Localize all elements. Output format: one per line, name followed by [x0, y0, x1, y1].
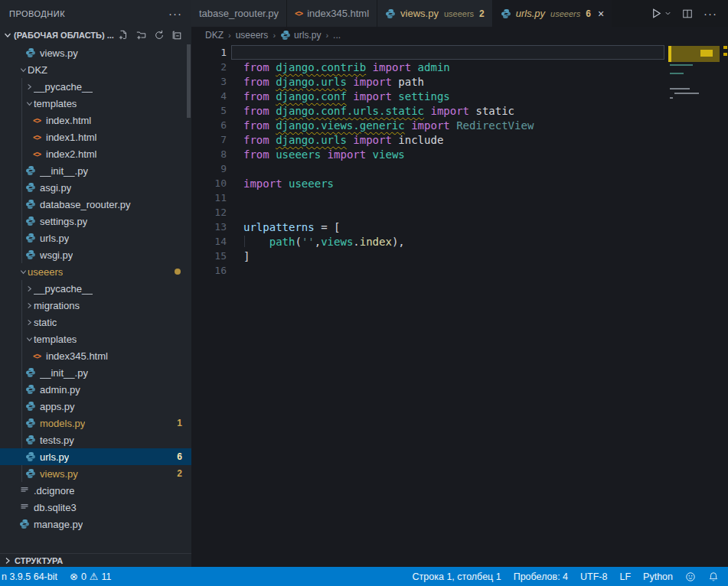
- tree-item-__pycache__[interactable]: __pycache__: [0, 280, 191, 297]
- tree-item-wsgi.py[interactable]: wsgi.py: [0, 246, 191, 263]
- encoding-status[interactable]: UTF-8: [574, 567, 613, 586]
- code-line-14[interactable]: 14 path('',views.index),: [191, 234, 728, 249]
- breadcrumb-item-useeers[interactable]: useeers: [236, 30, 269, 41]
- tree-item-static[interactable]: static: [0, 314, 191, 330]
- tree-item-label: admin.py: [40, 384, 80, 396]
- tree-item-admin.py[interactable]: admin.py: [0, 381, 191, 398]
- close-icon[interactable]: ×: [598, 8, 604, 19]
- workspace-section-header[interactable]: (РАБОЧАЯ ОБЛАСТЬ) ...: [0, 27, 191, 44]
- status-bar: n 3.9.5 64-bit ⊗ 0 ⚠ 11 Строка 1, столбе…: [0, 567, 728, 586]
- breadcrumb-separator: ›: [273, 31, 276, 40]
- chevron-down-icon: [25, 335, 34, 343]
- problems-status[interactable]: ⊗ 0 ⚠ 11: [64, 567, 118, 586]
- html-icon: <>: [295, 9, 302, 18]
- code-line-5[interactable]: 5from django.conf.urls.static import sta…: [191, 103, 728, 118]
- line-number: 3: [191, 76, 227, 87]
- tab-views.py[interactable]: views.pyuseeers2: [377, 0, 493, 27]
- tree-item-settings.py[interactable]: settings.py: [0, 213, 191, 230]
- split-editor-icon[interactable]: [682, 8, 693, 19]
- tree-item-templates[interactable]: templates: [0, 330, 191, 347]
- code-line-11[interactable]: 11: [191, 190, 728, 205]
- language-mode-status[interactable]: Python: [637, 567, 679, 586]
- collapse-folders-icon[interactable]: [171, 30, 182, 41]
- python-icon: [19, 519, 30, 529]
- tree-item-views.py[interactable]: views.py: [0, 44, 191, 61]
- editor-more-icon[interactable]: ···: [704, 7, 717, 20]
- code-line-9[interactable]: 9: [191, 161, 728, 176]
- code-text[interactable]: ]: [227, 250, 250, 262]
- tree-item-index1.html[interactable]: <>index1.html: [0, 129, 191, 145]
- tree-item-label: useeers: [28, 266, 63, 278]
- tab-urls.py[interactable]: urls.pyuseeers6×: [493, 0, 612, 27]
- tree-item-apps.py[interactable]: apps.py: [0, 398, 191, 415]
- code-text[interactable]: from django.urls import include: [227, 134, 443, 146]
- indentation-status[interactable]: Пробелов: 4: [508, 567, 574, 586]
- python-interpreter-status[interactable]: n 3.9.5 64-bit: [0, 567, 64, 586]
- code-line-3[interactable]: 3from django.urls import path: [191, 74, 728, 89]
- tree-item-asgi.py[interactable]: asgi.py: [0, 179, 191, 196]
- tree-item-.dcignore[interactable]: .dcignore: [0, 482, 191, 499]
- code-text[interactable]: from django.conf import settings: [227, 90, 450, 103]
- outline-section-header[interactable]: СТРУКТУРА: [0, 553, 191, 567]
- new-file-icon[interactable]: [118, 30, 129, 41]
- code-line-15[interactable]: 15]: [191, 249, 728, 263]
- refresh-icon[interactable]: [154, 30, 165, 41]
- code-text[interactable]: path('',views.index),: [227, 236, 405, 248]
- minimap[interactable]: [668, 45, 721, 229]
- explorer-sidebar: ПРОВОДНИК ··· (РАБОЧАЯ ОБЛАСТЬ) ... view…: [0, 0, 191, 567]
- eol-status[interactable]: LF: [613, 567, 637, 586]
- breadcrumb-item-urls.py[interactable]: urls.py: [280, 30, 321, 41]
- tree-item-migrations[interactable]: migrations: [0, 297, 191, 314]
- tab-problems-count: 2: [479, 8, 485, 19]
- tree-item-manage.py[interactable]: manage.py: [0, 516, 191, 532]
- code-line-7[interactable]: 7from django.urls import include: [191, 132, 728, 147]
- tree-item-__init__.py[interactable]: __init__.py: [0, 364, 191, 381]
- tree-item-useeers[interactable]: useeers: [0, 263, 191, 280]
- tree-item-models.py[interactable]: models.py1: [0, 415, 191, 431]
- code-editor[interactable]: 12from django.contrib import admin3from …: [191, 44, 728, 567]
- code-line-13[interactable]: 13urlpatterns = [: [191, 220, 728, 234]
- code-line-4[interactable]: 4from django.conf import settings: [191, 89, 728, 103]
- tree-item-tests.py[interactable]: tests.py: [0, 431, 191, 448]
- code-line-6[interactable]: 6from django.views.generic import Redire…: [191, 118, 728, 132]
- tree-item-__init__.py[interactable]: __init__.py: [0, 162, 191, 179]
- explorer-more-icon[interactable]: ···: [168, 7, 182, 20]
- tab-index345.html[interactable]: <>index345.html: [287, 0, 377, 27]
- code-text[interactable]: from django.views.generic import Redirec…: [227, 119, 534, 132]
- tree-item-db.sqlite3[interactable]: db.sqlite3: [0, 499, 191, 516]
- cursor-position-status[interactable]: Строка 1, столбец 1: [406, 567, 508, 586]
- overview-ruler[interactable]: [723, 44, 728, 567]
- code-line-1[interactable]: 1: [191, 45, 728, 60]
- code-text[interactable]: import useeers: [227, 177, 334, 190]
- tree-item-index345.html[interactable]: <>index345.html: [0, 347, 191, 364]
- code-text[interactable]: from django.urls import path: [227, 76, 424, 88]
- tree-item-views.py[interactable]: views.py2: [0, 465, 191, 482]
- code-text[interactable]: from django.conf.urls.static import stat…: [227, 105, 514, 117]
- tree-item-index2.html[interactable]: <>index2.html: [0, 145, 191, 162]
- line-number: 13: [191, 221, 227, 233]
- tree-item-urls.py[interactable]: urls.py6: [0, 448, 191, 465]
- notifications-bell-icon[interactable]: [702, 567, 728, 586]
- code-line-2[interactable]: 2from django.contrib import admin: [191, 60, 728, 74]
- tree-item-index.html[interactable]: <>index.html: [0, 112, 191, 129]
- code-text[interactable]: from django.contrib import admin: [227, 61, 450, 73]
- tree-item-__pycache__[interactable]: __pycache__: [0, 78, 191, 95]
- tree-item-database_roouter.py[interactable]: database_roouter.py: [0, 196, 191, 213]
- code-text[interactable]: from useeers import views: [227, 148, 405, 161]
- code-line-8[interactable]: 8from useeers import views: [191, 147, 728, 161]
- tab-tabase_roouter.py[interactable]: tabase_roouter.py: [191, 0, 287, 27]
- code-text[interactable]: urlpatterns = [: [227, 221, 340, 233]
- code-line-12[interactable]: 12: [191, 205, 728, 220]
- code-line-16[interactable]: 16: [191, 263, 728, 278]
- breadcrumb-item-DKZ[interactable]: DKZ: [205, 30, 224, 41]
- feedback-icon[interactable]: [679, 567, 702, 586]
- tree-item-DKZ[interactable]: DKZ: [0, 61, 191, 78]
- code-line-10[interactable]: 10import useeers: [191, 176, 728, 190]
- run-button[interactable]: [651, 8, 671, 19]
- sidebar-scrollbar[interactable]: [187, 44, 191, 118]
- breadcrumb-item-...[interactable]: ...: [333, 30, 341, 41]
- new-folder-icon[interactable]: [135, 30, 147, 41]
- tree-item-urls.py[interactable]: urls.py: [0, 230, 191, 246]
- run-dropdown-icon[interactable]: [664, 10, 671, 17]
- tree-item-templates[interactable]: templates: [0, 95, 191, 112]
